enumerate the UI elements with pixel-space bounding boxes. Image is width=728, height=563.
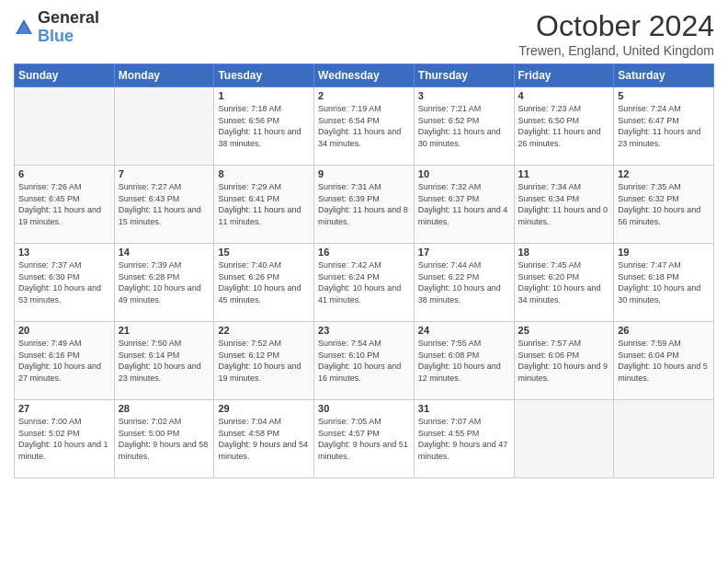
- calendar-cell: 8Sunrise: 7:29 AMSunset: 6:41 PMDaylight…: [214, 166, 314, 244]
- cell-info: Sunrise: 7:59 AMSunset: 6:04 PMDaylight:…: [618, 338, 710, 384]
- cell-day-number: 12: [618, 168, 710, 179]
- cell-info: Sunrise: 7:05 AMSunset: 4:57 PMDaylight:…: [318, 416, 410, 462]
- weekday-header-row: SundayMondayTuesdayWednesdayThursdayFrid…: [15, 64, 714, 87]
- cell-info: Sunrise: 7:31 AMSunset: 6:39 PMDaylight:…: [318, 181, 410, 227]
- calendar-cell: 20Sunrise: 7:49 AMSunset: 6:16 PMDayligh…: [15, 322, 115, 400]
- cell-info: Sunrise: 7:24 AMSunset: 6:47 PMDaylight:…: [618, 103, 710, 149]
- cell-info: Sunrise: 7:35 AMSunset: 6:32 PMDaylight:…: [618, 181, 710, 227]
- cell-info: Sunrise: 7:19 AMSunset: 6:54 PMDaylight:…: [318, 103, 410, 149]
- cell-info: Sunrise: 7:49 AMSunset: 6:16 PMDaylight:…: [18, 338, 110, 384]
- calendar-cell: 13Sunrise: 7:37 AMSunset: 6:30 PMDayligh…: [15, 244, 115, 322]
- cell-day-number: 28: [119, 403, 210, 414]
- logo-blue: Blue: [38, 27, 74, 45]
- cell-info: Sunrise: 7:47 AMSunset: 6:18 PMDaylight:…: [618, 259, 710, 305]
- cell-day-number: 20: [18, 325, 110, 336]
- weekday-header-monday: Monday: [114, 64, 214, 87]
- cell-info: Sunrise: 7:50 AMSunset: 6:14 PMDaylight:…: [119, 338, 210, 384]
- calendar-cell: 25Sunrise: 7:57 AMSunset: 6:06 PMDayligh…: [514, 322, 614, 400]
- logo-general: General: [38, 8, 99, 27]
- calendar-cell: 28Sunrise: 7:02 AMSunset: 5:00 PMDayligh…: [114, 400, 214, 478]
- title-area: October 2024 Trewen, England, United Kin…: [518, 9, 714, 58]
- weekday-header-sunday: Sunday: [15, 64, 115, 87]
- calendar-cell: 30Sunrise: 7:05 AMSunset: 4:57 PMDayligh…: [314, 400, 415, 478]
- cell-info: Sunrise: 7:39 AMSunset: 6:28 PMDaylight:…: [119, 259, 210, 305]
- cell-info: Sunrise: 7:18 AMSunset: 6:56 PMDaylight:…: [218, 103, 310, 149]
- cell-info: Sunrise: 7:23 AMSunset: 6:50 PMDaylight:…: [518, 103, 610, 149]
- month-title: October 2024: [518, 9, 714, 43]
- calendar-table: SundayMondayTuesdayWednesdayThursdayFrid…: [14, 63, 714, 478]
- cell-day-number: 8: [218, 168, 310, 179]
- calendar-cell: 29Sunrise: 7:04 AMSunset: 4:58 PMDayligh…: [214, 400, 314, 478]
- cell-info: Sunrise: 7:29 AMSunset: 6:41 PMDaylight:…: [218, 181, 310, 227]
- cell-day-number: 1: [218, 90, 310, 101]
- cell-info: Sunrise: 7:55 AMSunset: 6:08 PMDaylight:…: [418, 338, 510, 384]
- calendar-cell: 27Sunrise: 7:00 AMSunset: 5:02 PMDayligh…: [15, 400, 115, 478]
- cell-info: Sunrise: 7:54 AMSunset: 6:10 PMDaylight:…: [318, 338, 410, 384]
- calendar-cell: 23Sunrise: 7:54 AMSunset: 6:10 PMDayligh…: [314, 322, 415, 400]
- cell-day-number: 7: [119, 168, 210, 179]
- cell-info: Sunrise: 7:44 AMSunset: 6:22 PMDaylight:…: [418, 259, 510, 305]
- cell-day-number: 4: [518, 90, 610, 101]
- calendar-cell: 3Sunrise: 7:21 AMSunset: 6:52 PMDaylight…: [414, 87, 514, 166]
- calendar-cell: 9Sunrise: 7:31 AMSunset: 6:39 PMDaylight…: [314, 166, 415, 244]
- cell-day-number: 25: [518, 325, 610, 336]
- calendar-cell: 18Sunrise: 7:45 AMSunset: 6:20 PMDayligh…: [514, 244, 614, 322]
- cell-info: Sunrise: 7:27 AMSunset: 6:43 PMDaylight:…: [119, 181, 210, 227]
- logo-icon: [14, 17, 34, 38]
- calendar-cell: 16Sunrise: 7:42 AMSunset: 6:24 PMDayligh…: [314, 244, 415, 322]
- cell-day-number: 27: [18, 403, 110, 414]
- cell-info: Sunrise: 7:00 AMSunset: 5:02 PMDaylight:…: [18, 416, 110, 462]
- cell-day-number: 16: [318, 247, 410, 258]
- calendar-cell: 6Sunrise: 7:26 AMSunset: 6:45 PMDaylight…: [15, 166, 115, 244]
- cell-info: Sunrise: 7:02 AMSunset: 5:00 PMDaylight:…: [119, 416, 210, 462]
- logo-text: General Blue: [38, 9, 99, 46]
- calendar-cell: 10Sunrise: 7:32 AMSunset: 6:37 PMDayligh…: [414, 166, 514, 244]
- cell-day-number: 24: [418, 325, 510, 336]
- cell-day-number: 11: [518, 168, 610, 179]
- calendar-cell: 24Sunrise: 7:55 AMSunset: 6:08 PMDayligh…: [414, 322, 514, 400]
- cell-info: Sunrise: 7:42 AMSunset: 6:24 PMDaylight:…: [318, 259, 410, 305]
- page: General Blue October 2024 Trewen, Englan…: [0, 0, 728, 563]
- calendar-cell: 31Sunrise: 7:07 AMSunset: 4:55 PMDayligh…: [414, 400, 514, 478]
- location-subtitle: Trewen, England, United Kingdom: [518, 43, 714, 58]
- weekday-header-thursday: Thursday: [414, 64, 514, 87]
- calendar-cell: 4Sunrise: 7:23 AMSunset: 6:50 PMDaylight…: [514, 87, 614, 166]
- calendar-cell: [15, 87, 115, 166]
- calendar-cell: 14Sunrise: 7:39 AMSunset: 6:28 PMDayligh…: [114, 244, 214, 322]
- cell-day-number: 14: [119, 247, 210, 258]
- calendar-cell: 21Sunrise: 7:50 AMSunset: 6:14 PMDayligh…: [114, 322, 214, 400]
- week-row-4: 20Sunrise: 7:49 AMSunset: 6:16 PMDayligh…: [15, 322, 714, 400]
- cell-day-number: 29: [218, 403, 310, 414]
- cell-day-number: 30: [318, 403, 410, 414]
- cell-day-number: 10: [418, 168, 510, 179]
- cell-day-number: 19: [618, 247, 710, 258]
- calendar-cell: [514, 400, 614, 478]
- cell-day-number: 5: [618, 90, 710, 101]
- cell-day-number: 22: [218, 325, 310, 336]
- week-row-1: 1Sunrise: 7:18 AMSunset: 6:56 PMDaylight…: [15, 87, 714, 166]
- weekday-header-friday: Friday: [514, 64, 614, 87]
- calendar-cell: 17Sunrise: 7:44 AMSunset: 6:22 PMDayligh…: [414, 244, 514, 322]
- calendar-cell: 5Sunrise: 7:24 AMSunset: 6:47 PMDaylight…: [614, 87, 714, 166]
- cell-info: Sunrise: 7:37 AMSunset: 6:30 PMDaylight:…: [18, 259, 110, 305]
- calendar-cell: 11Sunrise: 7:34 AMSunset: 6:34 PMDayligh…: [514, 166, 614, 244]
- calendar-cell: 7Sunrise: 7:27 AMSunset: 6:43 PMDaylight…: [114, 166, 214, 244]
- calendar-cell: 12Sunrise: 7:35 AMSunset: 6:32 PMDayligh…: [614, 166, 714, 244]
- cell-info: Sunrise: 7:52 AMSunset: 6:12 PMDaylight:…: [218, 338, 310, 384]
- cell-day-number: 31: [418, 403, 510, 414]
- cell-day-number: 21: [119, 325, 210, 336]
- cell-day-number: 23: [318, 325, 410, 336]
- weekday-header-wednesday: Wednesday: [314, 64, 415, 87]
- week-row-2: 6Sunrise: 7:26 AMSunset: 6:45 PMDaylight…: [15, 166, 714, 244]
- cell-day-number: 6: [18, 168, 110, 179]
- calendar-cell: 19Sunrise: 7:47 AMSunset: 6:18 PMDayligh…: [614, 244, 714, 322]
- cell-info: Sunrise: 7:57 AMSunset: 6:06 PMDaylight:…: [518, 338, 610, 384]
- weekday-header-saturday: Saturday: [614, 64, 714, 87]
- cell-info: Sunrise: 7:04 AMSunset: 4:58 PMDaylight:…: [218, 416, 310, 462]
- cell-day-number: 18: [518, 247, 610, 258]
- calendar-cell: 26Sunrise: 7:59 AMSunset: 6:04 PMDayligh…: [614, 322, 714, 400]
- cell-info: Sunrise: 7:34 AMSunset: 6:34 PMDaylight:…: [518, 181, 610, 227]
- calendar-cell: 1Sunrise: 7:18 AMSunset: 6:56 PMDaylight…: [214, 87, 314, 166]
- calendar-cell: 22Sunrise: 7:52 AMSunset: 6:12 PMDayligh…: [214, 322, 314, 400]
- calendar-cell: [114, 87, 214, 166]
